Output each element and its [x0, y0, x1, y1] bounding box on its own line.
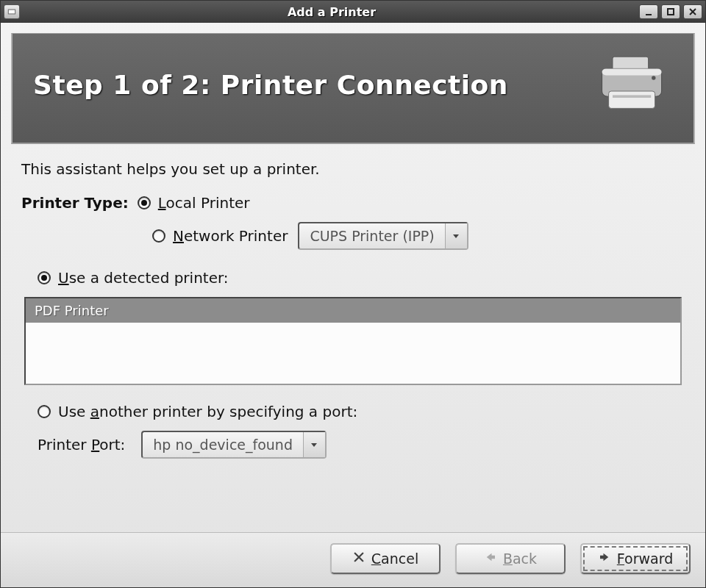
detected-printers-list[interactable]: PDF Printer — [24, 297, 682, 385]
wizard-step-title: Step 1 of 2: Printer Connection — [33, 70, 592, 100]
printer-port-row: Printer Port: hp no_device_found — [38, 431, 685, 459]
list-item[interactable]: PDF Printer — [26, 298, 680, 323]
back-button[interactable]: Back — [455, 543, 566, 574]
svg-rect-3 — [668, 9, 674, 15]
svg-rect-10 — [613, 95, 651, 98]
network-type-combo[interactable]: CUPS Printer (IPP) — [298, 222, 468, 250]
svg-marker-13 — [311, 443, 317, 447]
minimize-button[interactable] — [639, 4, 658, 19]
use-detected-row: Use a detected printer: — [38, 269, 685, 287]
svg-rect-9 — [609, 91, 655, 108]
maximize-button[interactable] — [661, 4, 680, 19]
svg-rect-6 — [613, 57, 649, 70]
printer-port-label: Printer Port: — [38, 436, 125, 453]
radio-local-printer-label[interactable]: Local Printer — [158, 194, 250, 212]
window-buttons — [639, 4, 702, 19]
radio-use-detected-label[interactable]: Use a detected printer: — [58, 269, 229, 287]
close-button[interactable] — [683, 4, 702, 19]
chevron-down-icon[interactable] — [445, 223, 467, 248]
use-another-row: Use another printer by specifying a port… — [38, 403, 685, 420]
titlebar: Add a Printer — [1, 1, 705, 23]
radio-use-another[interactable] — [38, 405, 51, 418]
svg-marker-14 — [487, 553, 495, 562]
system-menu-icon[interactable] — [4, 4, 20, 19]
svg-marker-15 — [600, 553, 608, 562]
network-type-combo-value: CUPS Printer (IPP) — [299, 228, 444, 244]
chevron-down-icon[interactable] — [303, 432, 325, 457]
printer-port-combo-value: hp no_device_found — [143, 437, 303, 453]
back-arrow-icon — [484, 551, 497, 567]
printer-icon — [592, 51, 673, 118]
window-title: Add a Printer — [24, 5, 639, 19]
svg-rect-1 — [9, 10, 15, 14]
printer-type-label: Printer Type: — [21, 194, 129, 212]
cancel-button[interactable]: Cancel — [330, 543, 441, 574]
printer-type-row-network: Network Printer CUPS Printer (IPP) — [152, 222, 685, 250]
radio-network-printer[interactable] — [152, 229, 165, 243]
printer-port-combo[interactable]: hp no_device_found — [141, 431, 327, 459]
dialog-content: Step 1 of 2: Printer Connection This ass… — [1, 23, 705, 587]
svg-rect-8 — [602, 68, 662, 75]
forward-arrow-icon — [598, 551, 611, 567]
form-area: This assistant helps you set up a printe… — [1, 154, 705, 532]
wizard-banner: Step 1 of 2: Printer Connection — [11, 33, 695, 144]
printer-type-row-local: Printer Type: Local Printer — [21, 194, 685, 212]
radio-use-another-label[interactable]: Use another printer by specifying a port… — [58, 403, 357, 420]
radio-local-printer[interactable] — [138, 196, 151, 209]
forward-button[interactable]: Forward — [580, 543, 691, 574]
svg-marker-12 — [453, 234, 459, 238]
svg-point-11 — [652, 76, 655, 79]
radio-use-detected[interactable] — [38, 271, 51, 284]
cancel-icon — [352, 551, 366, 567]
intro-text: This assistant helps you set up a printe… — [21, 160, 685, 178]
dialog-window: Add a Printer Step 1 of 2: Printer Conne… — [0, 0, 706, 588]
radio-network-printer-label[interactable]: Network Printer — [173, 227, 288, 245]
button-bar: Cancel Back Forward — [1, 532, 705, 587]
